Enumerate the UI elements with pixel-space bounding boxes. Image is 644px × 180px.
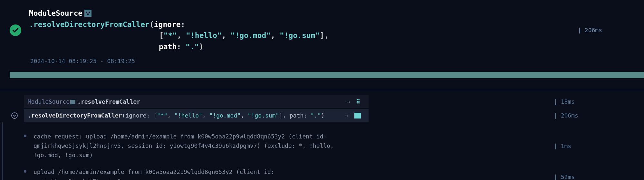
- arrow-right-icon[interactable]: →: [345, 111, 349, 120]
- header-row: ModuleSource .resolveDirectoryFromCaller…: [29, 8, 634, 52]
- log-text: cache request: upload /home/admin/exampl…: [26, 132, 344, 160]
- log-row: upload /home/admin/example from k00w5oaa…: [33, 167, 644, 180]
- header-section: ModuleSource .resolveDirectoryFromCaller…: [0, 0, 644, 65]
- log-text: upload /home/admin/example from k00w5oaa…: [26, 167, 344, 180]
- chevron-down-icon[interactable]: [11, 112, 18, 119]
- header-content: ModuleSource .resolveDirectoryFromCaller…: [29, 8, 634, 65]
- call-line-3: path: "."): [29, 41, 329, 52]
- trace-gutter[interactable]: [10, 109, 19, 122]
- log-bullet-icon: [24, 170, 26, 173]
- module-title-line: ModuleSource: [29, 8, 329, 19]
- module-name: ModuleSource: [29, 8, 82, 19]
- progress-bar: [10, 72, 644, 78]
- log-duration: | 1ms: [554, 142, 644, 150]
- trace-duration: | 206ms: [554, 111, 644, 120]
- tree-vline: [2, 122, 3, 180]
- svg-rect-0: [86, 12, 87, 13]
- trace-row-active[interactable]: .resolveDirectoryFromCaller(ignore: ["*"…: [10, 109, 644, 122]
- status-icon-wrap: [10, 24, 21, 36]
- timestamp: 2024-10-14 08:19:25 - 08:19:25: [30, 57, 634, 65]
- module-icon: [70, 100, 75, 104]
- svg-rect-2: [87, 14, 89, 15]
- success-check-icon: [10, 24, 21, 36]
- trace-section: ModuleSource.resolveFromCaller → ⠿ | 18m…: [0, 90, 644, 180]
- trace-text: .resolveDirectoryFromCaller(ignore: ["*"…: [28, 111, 345, 120]
- dots-icon[interactable]: ⠿: [356, 97, 361, 106]
- log-section: cache request: upload /home/admin/exampl…: [10, 122, 644, 180]
- method-name: .resolveDirectoryFromCaller: [29, 20, 149, 29]
- trace-gutter: [10, 95, 19, 108]
- svg-rect-1: [89, 12, 90, 13]
- call-line-2: ["*", "!hello", "!go.mod", "!go.sum"],: [29, 30, 329, 41]
- log-row: cache request: upload /home/admin/exampl…: [33, 132, 644, 167]
- call-line-1: .resolveDirectoryFromCaller(ignore:: [29, 19, 329, 30]
- module-result-icon[interactable]: [354, 113, 361, 118]
- module-icon: [84, 10, 91, 17]
- header-duration: | 206ms: [578, 26, 634, 34]
- trace-content-parent[interactable]: ModuleSource.resolveFromCaller → ⠿: [24, 95, 369, 108]
- log-duration: | 52ms: [554, 173, 644, 180]
- trace-duration: | 18ms: [554, 97, 644, 106]
- trace-text: ModuleSource.resolveFromCaller: [28, 97, 347, 106]
- arrow-right-icon[interactable]: →: [347, 97, 350, 106]
- trace-content-active[interactable]: .resolveDirectoryFromCaller(ignore: ["*"…: [24, 109, 369, 122]
- log-bullet-icon: [24, 135, 26, 137]
- trace-row-parent[interactable]: ModuleSource.resolveFromCaller → ⠿ | 18m…: [10, 95, 644, 109]
